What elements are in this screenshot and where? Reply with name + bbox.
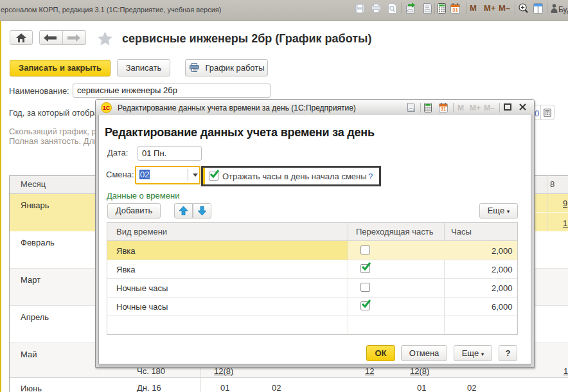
svg-text:31: 31 <box>452 7 458 13</box>
svg-text:31: 31 <box>441 106 446 112</box>
svg-text:1С: 1С <box>103 105 111 111</box>
